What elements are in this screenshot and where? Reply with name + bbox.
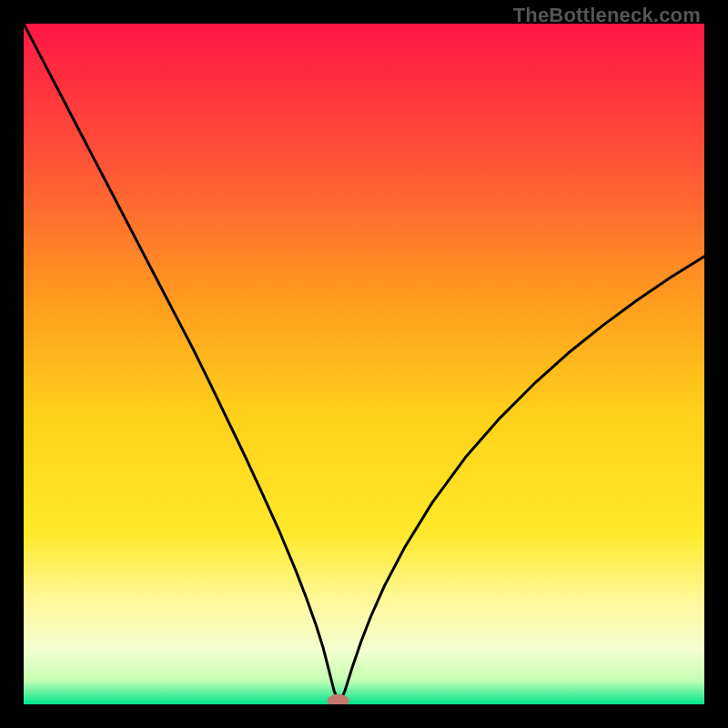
chart-background (24, 24, 704, 704)
bottleneck-chart (24, 24, 704, 704)
chart-frame (24, 24, 704, 704)
